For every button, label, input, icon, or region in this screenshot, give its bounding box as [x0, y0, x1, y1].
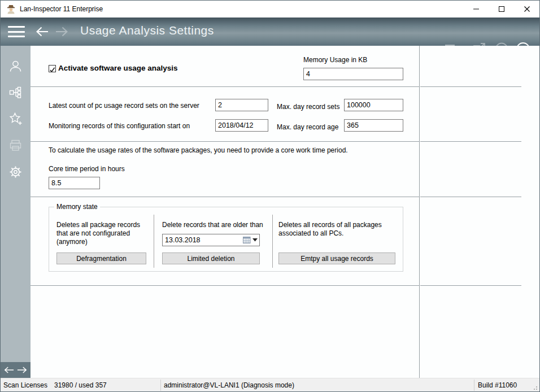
- page-title: Usage Analysis Settings: [80, 24, 214, 37]
- settings-gear-icon[interactable]: [8, 165, 23, 179]
- divider: [420, 285, 521, 286]
- older-than-label: Delete records that are older than: [162, 221, 264, 229]
- titlebar[interactable]: Lan-Inspector 11 Enterprise: [1, 1, 539, 18]
- logged-in-user: administrator@VL-LANI1 (Diagnosis mode): [164, 381, 294, 389]
- status-separator: [160, 380, 161, 391]
- divider: [420, 197, 521, 197]
- core-time-input[interactable]: 8.5: [49, 177, 100, 189]
- network-icon[interactable]: [8, 85, 23, 99]
- close-icon: [522, 5, 532, 14]
- activate-usage-label: Activate software usage analysis: [58, 64, 178, 72]
- favorite-add-icon[interactable]: [8, 112, 23, 126]
- memory-state-title: Memory state: [54, 203, 100, 211]
- core-time-label: Core time period in hours: [49, 165, 125, 173]
- monitoring-start-input[interactable]: 2018/04/12: [215, 119, 268, 132]
- minimize-button[interactable]: [463, 1, 489, 18]
- divider: [420, 141, 521, 142]
- window-title: Lan-Inspector 11 Enterprise: [20, 5, 103, 13]
- printer-icon[interactable]: [8, 138, 23, 153]
- app-icon: [6, 4, 16, 14]
- empty-description: Deletes all records of all packages asso…: [278, 221, 397, 238]
- divider: [420, 86, 521, 87]
- status-bar: Scan Licenses 31980 / used 357 administr…: [1, 378, 539, 391]
- memory-usage-label: Memory Usage in KB: [303, 56, 367, 64]
- calendar-icon: [243, 236, 251, 244]
- max-day-record-sets-label: Max. day record sets: [277, 103, 339, 111]
- user-icon[interactable]: [8, 59, 23, 73]
- memory-state-group: Memory state Deletes all package records…: [49, 207, 403, 272]
- limited-deletion-button[interactable]: Limited deletion: [162, 252, 260, 264]
- monitoring-start-label: Monitoring records of this configuration…: [49, 122, 190, 130]
- vertical-divider: [419, 46, 420, 378]
- maximize-button[interactable]: [489, 1, 514, 18]
- checkmark-icon: [49, 67, 55, 73]
- divider: [31, 86, 419, 87]
- core-time-info-text: To calculate the usage rates of the soft…: [49, 146, 348, 154]
- history-nav-box: [1, 362, 31, 378]
- dropdown-caret-icon[interactable]: [252, 238, 258, 242]
- build-number: Build #11060: [478, 381, 517, 389]
- group-separator: [154, 215, 154, 268]
- maximize-icon: [497, 5, 506, 14]
- defrag-description: Deletes all package records that are not…: [56, 221, 153, 246]
- license-count: 31980 / used 357: [54, 381, 107, 389]
- memory-usage-input[interactable]: 4: [303, 68, 403, 80]
- divider: [31, 285, 419, 286]
- divider: [31, 141, 419, 142]
- close-button[interactable]: [514, 1, 539, 18]
- date-picker[interactable]: 13.03.2018: [162, 234, 260, 246]
- sidebar: [1, 46, 31, 362]
- max-day-record-age-label: Max. day record age: [277, 123, 338, 131]
- activate-usage-checkbox[interactable]: [49, 65, 56, 72]
- nav-back-icon[interactable]: [4, 366, 14, 374]
- settings-panel: Activate software usage analysis Memory …: [31, 46, 540, 378]
- app-window: Lan-Inspector 11 Enterprise Usage Analys…: [0, 0, 540, 392]
- resize-grip[interactable]: [532, 385, 538, 390]
- latest-count-label: Latest count of pc usage record sets on …: [49, 102, 199, 110]
- scan-licenses-label: Scan Licenses: [3, 381, 47, 389]
- date-value: 13.03.2018: [165, 236, 201, 244]
- max-day-record-sets-input[interactable]: 100000: [344, 99, 403, 111]
- latest-count-input[interactable]: 2: [215, 99, 268, 111]
- minimize-icon: [472, 5, 481, 14]
- app-header: Usage Analysis Settings x ?: [1, 18, 539, 46]
- nav-forward-icon[interactable]: [17, 366, 27, 374]
- status-separator: [474, 380, 474, 391]
- divider: [31, 197, 419, 197]
- menu-button[interactable]: [8, 26, 25, 37]
- defragmentation-button[interactable]: Defragmentation: [56, 252, 146, 264]
- back-button[interactable]: [36, 25, 49, 38]
- forward-button[interactable]: [55, 25, 68, 38]
- empty-all-usage-records-button[interactable]: Emtpy all usage records: [278, 252, 395, 264]
- group-separator: [272, 215, 273, 268]
- max-day-record-age-input[interactable]: 365: [344, 119, 403, 132]
